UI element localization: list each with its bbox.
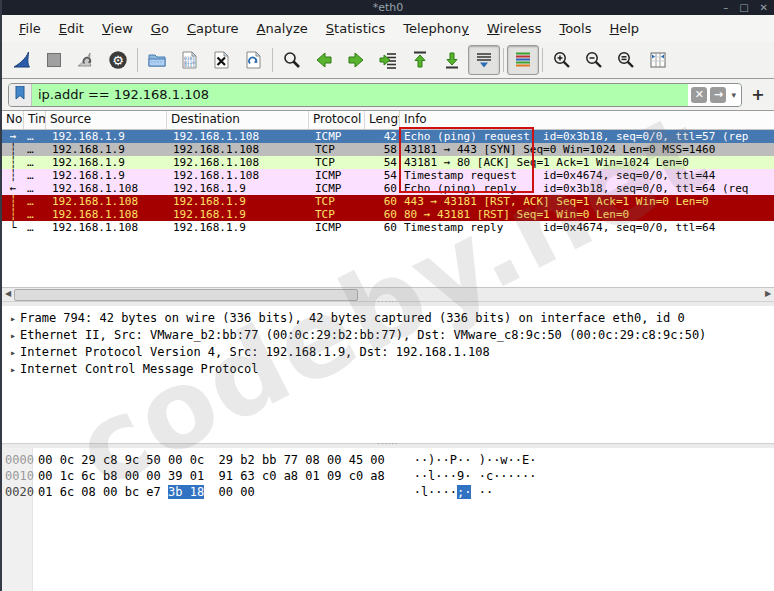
scroll-left-arrow[interactable]: ◀: [2, 288, 14, 300]
hex-selected-ascii[interactable]: ;·: [457, 485, 471, 499]
open-file-button[interactable]: [141, 45, 173, 75]
reload-file-button[interactable]: [237, 45, 269, 75]
find-packet-button[interactable]: [276, 45, 308, 75]
filter-dropdown-caret[interactable]: ▾: [729, 90, 738, 100]
go-back-button[interactable]: [308, 45, 340, 75]
hex-ascii[interactable]: ··)··P·· )··w··E·: [414, 453, 537, 467]
packet-info: 43181 → 443 [SYN] Seq=0 Win=1024 Len=0 M…: [400, 143, 774, 156]
column-header-time[interactable]: Time: [24, 111, 46, 129]
column-header-source[interactable]: Source: [46, 111, 167, 129]
filter-apply-button[interactable]: →: [710, 87, 726, 103]
zoom-reset-button[interactable]: [610, 45, 642, 75]
zoom-in-button[interactable]: [546, 45, 578, 75]
auto-scroll-toggle[interactable]: [468, 45, 500, 75]
packet-source: 192.168.1.9: [46, 169, 167, 182]
menu-help[interactable]: Help: [600, 19, 648, 38]
close-button[interactable]: ✕: [760, 0, 768, 15]
close-file-button[interactable]: [205, 45, 237, 75]
hex-line[interactable]: 000000 0c 29 c8 9c 50 00 0c 29 b2 bb 77 …: [2, 452, 774, 468]
packet-destination: 192.168.1.108: [167, 169, 309, 182]
packet-time: …: [24, 156, 46, 169]
go-to-bottom-button[interactable]: [436, 45, 468, 75]
packet-protocol: ICMP: [309, 182, 365, 195]
restart-capture-button[interactable]: [70, 45, 102, 75]
hex-line[interactable]: 001000 1c 6c b8 00 00 39 01 91 63 c0 a8 …: [2, 468, 774, 484]
packet-row[interactable]: ┆…192.168.1.9192.168.1.108TCP5843181 → 4…: [2, 143, 774, 156]
hex-offset: 0020: [2, 484, 32, 500]
conversation-marker: ←: [2, 182, 24, 195]
packet-row[interactable]: →…192.168.1.9192.168.1.108ICMP42Echo (pi…: [2, 130, 774, 143]
packet-row[interactable]: ┆…192.168.1.108192.168.1.9TCP6080 → 4318…: [2, 208, 774, 221]
hex-bytes[interactable]: 00 0c 29 c8 9c 50 00 0c 29 b2 bb 77 08 0…: [38, 452, 392, 468]
packet-info: Echo (ping) request id=0x3b18, seq=0/0, …: [400, 130, 774, 143]
hex-bytes[interactable]: 00 1c 6c b8 00 00 39 01 91 63 c0 a8 01 0…: [38, 468, 392, 484]
packet-row[interactable]: └…192.168.1.108192.168.1.9ICMP60Timestam…: [2, 221, 774, 234]
menu-capture[interactable]: Capture: [178, 19, 248, 38]
column-header-length[interactable]: Length: [365, 111, 400, 129]
packet-protocol: TCP: [309, 195, 365, 208]
expand-arrow-icon[interactable]: ▸: [6, 328, 20, 344]
detail-line[interactable]: ▸Ethernet II, Src: VMware_b2:bb:77 (00:0…: [6, 327, 774, 344]
resize-columns-icon: [648, 50, 668, 70]
column-header-destination[interactable]: Destination: [167, 111, 309, 129]
display-filter-input[interactable]: ip.addr == 192.168.1.108 ✕ → ▾: [8, 83, 742, 107]
menu-edit[interactable]: Edit: [50, 19, 93, 38]
toolbar-separator: [272, 48, 273, 72]
column-header-no[interactable]: No.: [2, 111, 24, 129]
detail-line[interactable]: ▸Internet Control Message Protocol: [6, 361, 774, 378]
expand-arrow-icon[interactable]: ▸: [6, 362, 20, 378]
magnifier-icon: [282, 50, 302, 70]
packet-length: 54: [365, 169, 400, 182]
go-to-packet-button[interactable]: [372, 45, 404, 75]
column-header-protocol[interactable]: Protocol: [309, 111, 365, 129]
hex-ascii[interactable]: ··l···9· ·c······: [414, 469, 537, 483]
menu-tools[interactable]: Tools: [550, 19, 600, 38]
scroll-right-arrow[interactable]: ▶: [762, 288, 774, 300]
column-header-info[interactable]: Info: [400, 111, 774, 129]
packet-row[interactable]: ←…192.168.1.108192.168.1.9ICMP60Echo (pi…: [2, 182, 774, 195]
expand-arrow-icon[interactable]: ▸: [6, 311, 20, 327]
hex-ascii[interactable]: ·l····;· ··: [414, 485, 494, 499]
go-to-top-button[interactable]: [404, 45, 436, 75]
packet-destination: 192.168.1.9: [167, 221, 309, 234]
menu-statistics[interactable]: Statistics: [317, 19, 394, 38]
menu-go[interactable]: Go: [142, 19, 178, 38]
stop-square-icon: [44, 50, 64, 70]
scrollbar-thumb[interactable]: [14, 289, 358, 301]
stop-capture-button[interactable]: [38, 45, 70, 75]
menu-view[interactable]: View: [93, 19, 142, 38]
menu-file[interactable]: File: [10, 19, 50, 38]
resize-columns-button[interactable]: [642, 45, 674, 75]
menu-analyze[interactable]: Analyze: [248, 19, 317, 38]
capture-options-button[interactable]: ⚙: [102, 45, 134, 75]
maximize-button[interactable]: □: [739, 0, 748, 15]
hex-line[interactable]: 002001 6c 08 00 bc e7 3b 18 00 00·l····;…: [2, 484, 774, 500]
filter-expression[interactable]: ip.addr == 192.168.1.108: [32, 84, 688, 106]
menu-telephony[interactable]: Telephony: [394, 19, 478, 38]
go-forward-button[interactable]: [340, 45, 372, 75]
packet-row[interactable]: ┆…192.168.1.9192.168.1.108ICMP54Timestam…: [2, 169, 774, 182]
zoom-out-icon: [584, 50, 604, 70]
detail-line[interactable]: ▸Frame 794: 42 bytes on wire (336 bits),…: [6, 310, 774, 327]
start-capture-button[interactable]: [6, 45, 38, 75]
binary-file-icon: 010101100111: [179, 50, 199, 70]
toolbar-separator: [137, 48, 138, 72]
colorize-toggle[interactable]: [507, 45, 539, 75]
menu-wireless[interactable]: Wireless: [478, 19, 550, 38]
save-file-button[interactable]: 010101100111: [173, 45, 205, 75]
hex-selected-bytes[interactable]: 3b 18: [168, 485, 204, 499]
zoom-out-button[interactable]: [578, 45, 610, 75]
packet-row[interactable]: ┆…192.168.1.108192.168.1.9TCP60443 → 431…: [2, 195, 774, 208]
expand-arrow-icon[interactable]: ▸: [6, 345, 20, 361]
filter-clear-button[interactable]: ✕: [691, 87, 707, 103]
filter-bookmark-button[interactable]: [9, 84, 32, 106]
packet-row[interactable]: ┆…192.168.1.9192.168.1.108TCP5443181 → 8…: [2, 156, 774, 169]
hex-bytes[interactable]: 01 6c 08 00 bc e7 3b 18 00 00: [38, 484, 392, 500]
arrow-left-icon: [314, 50, 334, 70]
filter-add-button[interactable]: +: [748, 85, 768, 104]
goto-packet-icon: [378, 50, 398, 70]
minimize-button[interactable]: –: [723, 0, 728, 15]
horizontal-scrollbar[interactable]: ◀ ▶: [2, 287, 774, 301]
packet-time: …: [24, 221, 46, 234]
detail-line[interactable]: ▸Internet Protocol Version 4, Src: 192.1…: [6, 344, 774, 361]
